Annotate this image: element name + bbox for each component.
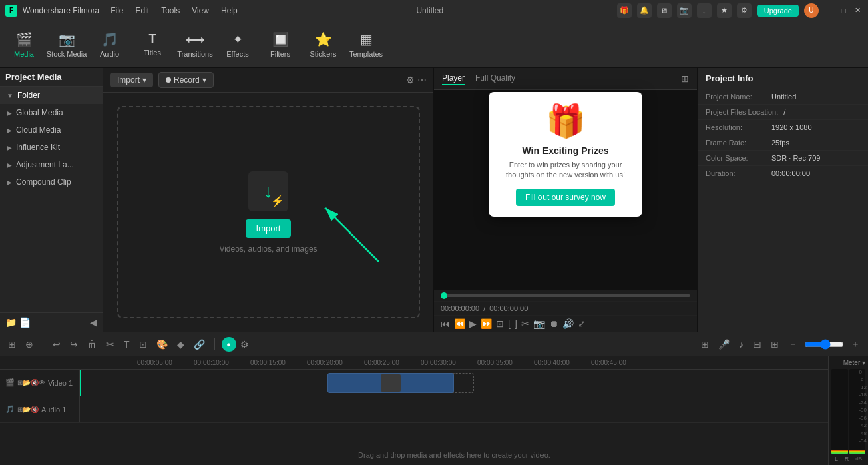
import-file-icon[interactable]: 📄 [19, 317, 31, 328]
toolbar-filters[interactable]: 🔲 Filters [259, 25, 302, 65]
fullscreen-icon[interactable]: ⤢ [578, 318, 586, 329]
menu-view[interactable]: View [186, 5, 214, 17]
timeline-thumb [441, 292, 447, 299]
camera-icon[interactable]: 📷 [677, 3, 692, 18]
tl-magnetic-icon[interactable]: ⊕ [23, 338, 36, 351]
close-button[interactable]: ✕ [853, 6, 863, 15]
total-time: 00:00:00:00 [489, 304, 528, 312]
sidebar-item-cloud-media[interactable]: ▶ Cloud Media [0, 121, 103, 139]
menu-help[interactable]: Help [216, 5, 243, 17]
tl-color-icon[interactable]: 🎨 [154, 338, 170, 351]
info-label-duration: Duration: [706, 169, 766, 177]
mark-in-icon[interactable]: [ [508, 318, 511, 329]
star-icon[interactable]: ★ [717, 3, 732, 18]
tl-keyframe-icon[interactable]: ◆ [174, 338, 187, 351]
player-timeline-bar[interactable] [441, 294, 690, 297]
info-value-name: Untitled [771, 93, 796, 101]
tl-zoom-out-icon[interactable]: － [785, 337, 800, 352]
sidebar-item-adjustment-layer[interactable]: ▶ Adjustment La... [0, 156, 103, 173]
titles-label: Titles [144, 49, 161, 57]
sidebar-item-compound-clip[interactable]: ▶ Compound Clip [0, 173, 103, 191]
tl-capture-icon[interactable]: ⊞ [768, 338, 781, 351]
folder-arrow: ▼ [7, 92, 13, 99]
snap-button[interactable]: ● [222, 337, 236, 352]
split-icon[interactable]: ✂ [521, 318, 529, 329]
survey-button[interactable]: Fill out our survey now [516, 189, 615, 206]
player-header: Player Full Quality ⊞ [434, 68, 697, 90]
tl-split-icon[interactable]: ✂ [103, 338, 117, 351]
play-icon[interactable]: ▶ [469, 318, 477, 329]
toolbar-titles[interactable]: T Titles [131, 25, 174, 65]
new-folder-icon[interactable]: 📁 [5, 317, 17, 328]
tl-add-track2-icon[interactable]: ⊞ [698, 338, 712, 351]
sidebar-item-influence-kit[interactable]: ▶ Influence Kit [0, 139, 103, 156]
snapshot-icon[interactable]: 📷 [533, 318, 545, 329]
tl-zoom-in-icon[interactable]: ＋ [848, 337, 863, 352]
record-chevron-icon: ▾ [202, 75, 206, 85]
toolbar-media[interactable]: 🎬 Media [3, 25, 45, 65]
avatar[interactable]: U [804, 3, 819, 18]
tl-text-icon[interactable]: T [121, 338, 132, 351]
zoom-slider[interactable] [804, 339, 844, 350]
track-clip-video[interactable] [327, 373, 454, 393]
gift-icon[interactable]: 🎁 [617, 3, 632, 18]
compound-clip-label: Compound Clip [16, 177, 71, 187]
audio-icon: 🎵 [101, 31, 118, 47]
menu-tools[interactable]: Tools [156, 5, 185, 17]
media-drop-area: ↓ ⚡ Import Videos, audios, and images [117, 106, 420, 318]
frame-back-icon[interactable]: ⏪ [454, 318, 465, 329]
download-icon[interactable]: ↓ [697, 3, 712, 18]
player-settings-icon[interactable]: ⊞ [681, 73, 689, 84]
toolbar-stickers[interactable]: ⭐ Stickers [302, 25, 345, 65]
tl-add-track-icon[interactable]: ⊞ [5, 338, 19, 351]
tl-redo-icon[interactable]: ↪ [67, 338, 81, 351]
menu-file[interactable]: File [105, 5, 128, 17]
sidebar-item-folder[interactable]: ▼ Folder [0, 87, 103, 104]
monitor-icon[interactable]: 🖥 [657, 3, 672, 18]
collapse-panel-button[interactable]: ◀ [90, 317, 97, 328]
sidebar-item-global-media[interactable]: ▶ Global Media [0, 104, 103, 121]
toolbar-stock-media[interactable]: 📷 Stock Media [45, 25, 88, 65]
tl-audio-icon[interactable]: ♪ [736, 338, 746, 351]
tab-player[interactable]: Player [442, 72, 465, 85]
toolbar-effects[interactable]: ✦ Effects [216, 25, 259, 65]
influence-kit-label: Influence Kit [16, 143, 60, 152]
frame-forward-icon[interactable]: ⏩ [481, 318, 492, 329]
menu-edit[interactable]: Edit [130, 5, 155, 17]
volume-icon[interactable]: 🔊 [562, 318, 574, 329]
import-button[interactable]: Import ▾ [110, 73, 153, 87]
upgrade-button[interactable]: Upgrade [757, 5, 799, 17]
maximize-button[interactable]: □ [839, 6, 848, 15]
track-content-video1[interactable] [80, 370, 828, 396]
skip-back-icon[interactable]: ⏮ [441, 318, 450, 329]
meter-header[interactable]: Meter ▾ [831, 359, 865, 366]
tl-crop-icon[interactable]: ⊡ [136, 338, 150, 351]
player-buttons-row: ⏮ ⏪ ▶ ⏩ ⊡ [ ] ✂ 📷 ⏺ 🔊 ⤢ [434, 315, 697, 332]
toolbar-transitions[interactable]: ⟷ Transitions [174, 25, 216, 65]
tl-settings-icon[interactable]: ⚙ [240, 339, 249, 350]
tl-mic-icon[interactable]: 🎤 [716, 338, 732, 351]
stickers-icon: ⭐ [315, 31, 332, 47]
toolbar-templates[interactable]: ▦ Templates [345, 25, 387, 65]
track-content-audio1[interactable] [80, 396, 828, 422]
tl-subtitle-icon[interactable]: ⊟ [750, 338, 764, 351]
settings-icon[interactable]: ⚙ [737, 3, 752, 18]
tl-link-icon[interactable]: 🔗 [191, 338, 208, 351]
audio-track-label: Audio 1 [41, 406, 66, 414]
mark-out-icon[interactable]: ] [515, 318, 517, 329]
tl-delete-icon[interactable]: 🗑 [85, 338, 99, 351]
record-button[interactable]: Record ▾ [158, 72, 214, 88]
record-screen-icon[interactable]: ⏺ [549, 318, 558, 329]
crop-icon[interactable]: ⊡ [496, 318, 504, 329]
survey-title: Win Exciting Prizes [499, 145, 632, 156]
media-label: Media [14, 50, 34, 58]
tl-undo-icon[interactable]: ↩ [50, 338, 63, 351]
minimize-button[interactable]: ─ [824, 6, 833, 15]
media-panel-header: Import ▾ Record ▾ ⚙ ⋯ [103, 68, 433, 93]
bell-icon[interactable]: 🔔 [637, 3, 652, 18]
tab-full-quality[interactable]: Full Quality [475, 72, 515, 85]
import-large-button[interactable]: Import [246, 219, 292, 238]
more-action-button[interactable]: ⋯ [417, 75, 427, 85]
toolbar-audio[interactable]: 🎵 Audio [88, 25, 131, 65]
filter-action-button[interactable]: ⚙ [406, 75, 415, 85]
